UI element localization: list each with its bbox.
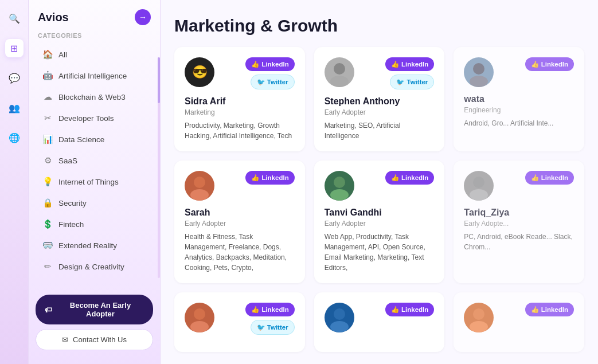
linkedin-label: LinkedIn: [401, 306, 428, 313]
twitter-badge[interactable]: 🐦 Twitter: [390, 75, 434, 89]
sidebar-item-ai[interactable]: 🤖 Artificial Intelligence: [33, 65, 155, 86]
svg-point-8: [473, 177, 484, 188]
chat-icon[interactable]: 💬: [5, 69, 24, 87]
twitter-badge[interactable]: 🐦 Twitter: [251, 75, 295, 89]
card-tags: Marketing, SEO, Artificial Intelligence: [325, 120, 435, 141]
linkedin-badge[interactable]: 👍 LinkedIn: [385, 57, 434, 71]
card-sarah: 👍 LinkedIn Sarah Early Adopter Health & …: [174, 161, 305, 283]
linkedin-badge[interactable]: 👍 LinkedIn: [245, 171, 294, 185]
card-top: 👍 LinkedIn: [464, 57, 574, 87]
linkedin-badge[interactable]: 👍 LinkedIn: [245, 303, 294, 316]
card-badges: 👍 LinkedIn 🐦 Twitter: [354, 57, 435, 89]
svg-point-0: [334, 63, 345, 75]
saas-icon: ⚙: [42, 155, 53, 166]
linkedin-label: LinkedIn: [401, 61, 428, 68]
card-badges: 👍 LinkedIn: [245, 171, 294, 185]
card-top: 👍 LinkedIn: [464, 303, 574, 332]
card-badges: 👍 LinkedIn 🐦 Twitter: [214, 303, 295, 335]
sidebar-item-label: Fintech: [58, 220, 84, 229]
contact-button[interactable]: ✉ Contact With Us: [36, 329, 153, 350]
scroll-track: [158, 57, 160, 278]
avatar: [185, 303, 214, 332]
avatar: [325, 171, 354, 201]
sidebar-item-label: Blockchain & Web3: [58, 93, 126, 101]
tag-icon: 🏷: [45, 306, 52, 314]
sidebar-item-xr[interactable]: 🥽 Extended Reality: [33, 235, 155, 256]
card-sidra-arif: 😎 👍 LinkedIn 🐦 Twitter Sidra Arif Market…: [174, 47, 305, 151]
linkedin-badge[interactable]: 👍 LinkedIn: [525, 171, 574, 185]
sidebar-item-iot[interactable]: 💡 Internet of Things: [33, 171, 155, 192]
sidebar-item-data-science[interactable]: 📊 Data Science: [33, 129, 155, 150]
svg-point-5: [190, 189, 209, 201]
card-role: Engineering: [464, 106, 574, 114]
card-tags: Android, Gro... Artificial Inte...: [464, 118, 574, 128]
home-icon: 🏠: [42, 49, 53, 60]
card-wata: 👍 LinkedIn wata Engineering Android, Gro…: [454, 47, 584, 151]
card-name: wata: [464, 94, 574, 104]
twitter-label: Twitter: [267, 79, 288, 85]
thumbs-up-icon: 👍: [391, 174, 399, 182]
card-name: Sarah: [185, 208, 295, 218]
expand-button[interactable]: →: [135, 9, 151, 25]
card-badges: 👍 LinkedIn: [525, 57, 574, 71]
sidebar-item-label: Artificial Intelligence: [58, 72, 127, 80]
sidebar-item-design[interactable]: ✏ Design & Creativity: [33, 256, 155, 277]
vr-icon: 🥽: [42, 240, 53, 251]
linkedin-badge[interactable]: 👍 LinkedIn: [245, 57, 294, 71]
sidebar-item-all[interactable]: 🏠 All: [33, 44, 155, 65]
avatar: [185, 171, 214, 201]
avatar: [464, 171, 494, 201]
card-tags: Health & Fitness, Task Management, Freel…: [185, 232, 295, 273]
app-title: Avios: [38, 11, 69, 24]
icon-bar: 🔍 ⊞ 💬 👥 🌐: [0, 0, 29, 364]
card-top: 👍 LinkedIn: [464, 171, 574, 201]
design-icon: ✏: [42, 261, 53, 272]
card-badges: 👍 LinkedIn: [525, 303, 574, 316]
linkedin-label: LinkedIn: [541, 61, 568, 68]
sidebar: Avios → Categories 🏠 All 🤖 Artificial In…: [29, 0, 161, 364]
scroll-thumb: [158, 57, 160, 103]
sidebar-item-blockchain[interactable]: ☁ Blockchain & Web3: [33, 87, 155, 107]
svg-point-2: [473, 63, 484, 75]
card-role: Early Adopter: [325, 220, 435, 228]
early-adopter-button[interactable]: 🏷 Become An Early Adopter: [36, 295, 153, 324]
globe-icon[interactable]: 🌐: [5, 128, 24, 147]
linkedin-badge[interactable]: 👍 LinkedIn: [525, 57, 574, 71]
card-badges: 👍 LinkedIn: [385, 303, 434, 316]
twitter-label: Twitter: [267, 324, 288, 331]
users-icon[interactable]: 👥: [5, 99, 24, 117]
linkedin-badge[interactable]: 👍 LinkedIn: [385, 303, 434, 316]
thumbs-up-icon: 👍: [391, 60, 399, 68]
sidebar-item-label: All: [58, 50, 67, 59]
svg-point-6: [334, 177, 345, 188]
svg-point-9: [470, 189, 488, 201]
sidebar-item-security[interactable]: 🔒 Security: [33, 193, 155, 213]
sidebar-item-developer-tools[interactable]: ✂ Developer Tools: [33, 108, 155, 128]
twitter-badge[interactable]: 🐦 Twitter: [251, 320, 295, 335]
svg-point-13: [330, 321, 349, 332]
sidebar-item-label: Design & Creativity: [58, 263, 124, 271]
twitter-label: Twitter: [407, 79, 428, 85]
sidebar-item-saas[interactable]: ⚙ SaaS: [33, 150, 155, 171]
linkedin-label: LinkedIn: [401, 174, 428, 181]
card-tags: Productivity, Marketing, Growth Hacking,…: [185, 120, 295, 141]
search-icon[interactable]: 🔍: [5, 9, 24, 28]
thumbs-up-icon: 👍: [531, 60, 539, 68]
sidebar-item-label: Data Science: [58, 135, 104, 144]
card-tags: PC, Android, eBook Reade... Slack, Chrom…: [464, 232, 574, 252]
card-name: Tanvi Gandhi: [325, 208, 435, 218]
svg-point-1: [330, 76, 349, 87]
linkedin-badge[interactable]: 👍 LinkedIn: [525, 303, 574, 316]
categories-label: Categories: [29, 32, 160, 44]
card-badges: 👍 LinkedIn 🐦 Twitter: [214, 57, 295, 89]
iot-icon: 💡: [42, 177, 53, 187]
linkedin-badge[interactable]: 👍 LinkedIn: [385, 171, 434, 185]
svg-point-3: [470, 76, 488, 87]
card-tags: Web App, Productivity, Task Management, …: [325, 232, 435, 273]
svg-point-12: [334, 308, 345, 320]
sidebar-item-fintech[interactable]: 💲 Fintech: [33, 214, 155, 234]
lock-icon: 🔒: [42, 198, 53, 208]
card-role: Early Adopte...: [464, 220, 574, 228]
sidebar-item-label: Internet of Things: [58, 178, 119, 186]
grid-icon[interactable]: ⊞: [5, 39, 24, 57]
